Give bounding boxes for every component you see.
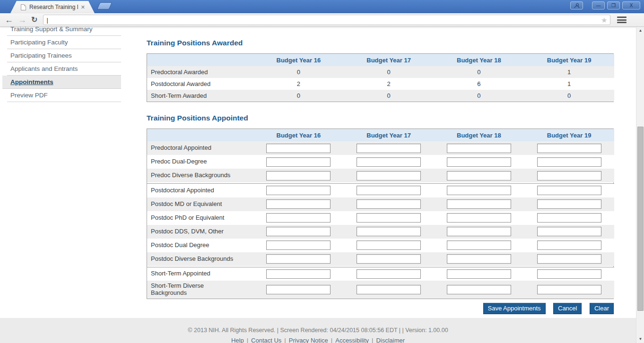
input-short-term-appointed-budget-year-17[interactable] [357, 269, 421, 279]
input-predoc-diverse-backgrounds-budget-year-16[interactable] [266, 171, 331, 180]
input-short-term-appointed-budget-year-18[interactable] [447, 269, 511, 279]
tab-close-icon[interactable]: ✕ [81, 5, 85, 10]
chrome-menu-icon[interactable] [617, 17, 627, 23]
input-postdoctoral-appointed-budget-year-18[interactable] [447, 186, 511, 195]
save-appointments-button[interactable]: Save Appointments [483, 303, 546, 314]
row-label: Postdoc DDS, DVM, Other [151, 226, 224, 237]
input-postdoc-dds-dvm-other-budget-year-17[interactable] [357, 227, 421, 236]
footer-link-disclaimer[interactable]: Disclaimer [376, 337, 405, 343]
action-buttons: Save Appointments Cancel Clear [147, 303, 614, 314]
input-predoc-dual-degree-budget-year-17[interactable] [357, 157, 421, 167]
input-cell [253, 141, 344, 155]
footer-link-help[interactable]: Help [231, 337, 244, 343]
window-controls: — ❐ X [570, 1, 640, 9]
input-postdoc-phd-or-equivalent-budget-year-16[interactable] [266, 213, 331, 223]
awarded-header-row: Budget Year 16Budget Year 17Budget Year … [147, 54, 614, 66]
column-header-budget-year-18: Budget Year 18 [434, 129, 524, 141]
input-postdoctoral-appointed-budget-year-19[interactable] [537, 186, 601, 195]
input-predoc-diverse-backgrounds-budget-year-18[interactable] [447, 171, 511, 180]
cell-value: 1 [524, 66, 614, 78]
sidebar-item-training-support-summary[interactable]: Training Support & Summary [7, 27, 121, 36]
sidebar-item-appointments[interactable]: Appointments [2, 76, 121, 89]
input-postdoc-diverse-backgrounds-budget-year-17[interactable] [357, 254, 421, 264]
input-predoc-dual-degree-budget-year-18[interactable] [447, 157, 511, 167]
cell-value: 0 [253, 66, 344, 78]
input-postdoc-diverse-backgrounds-budget-year-18[interactable] [447, 254, 511, 264]
input-cell [253, 239, 344, 252]
scrollbar-thumb[interactable] [637, 127, 644, 311]
input-cell [344, 197, 434, 211]
input-postdoc-dds-dvm-other-budget-year-19[interactable] [537, 227, 601, 236]
input-postdoc-md-or-equivalent-budget-year-19[interactable] [537, 199, 601, 209]
sidebar-item-participating-faculty[interactable]: Participating Faculty [7, 36, 121, 49]
forward-button[interactable]: → [18, 16, 26, 24]
back-button[interactable]: ← [5, 16, 13, 24]
reload-button[interactable]: ↻ [31, 16, 37, 24]
column-header-budget-year-17: Budget Year 17 [344, 129, 434, 141]
row-label-cell: Postdoctoral Appointed [147, 184, 253, 197]
input-short-term-diverse-backgrounds-budget-year-17[interactable] [357, 285, 421, 294]
scroll-up-icon[interactable]: ▲ [636, 27, 644, 34]
awarded-table: Budget Year 16Budget Year 17Budget Year … [147, 54, 614, 102]
table-row-predoctoral-awarded: Predoctoral Awarded0001 [147, 66, 614, 78]
input-predoctoral-appointed-budget-year-17[interactable] [357, 144, 421, 153]
input-postdoctoral-appointed-budget-year-17[interactable] [357, 186, 421, 195]
input-postdoc-dual-degree-budget-year-18[interactable] [447, 240, 511, 250]
page-content: Training Support & SummaryParticipating … [0, 27, 636, 343]
input-predoctoral-appointed-budget-year-19[interactable] [537, 144, 601, 153]
sidebar-item-participating-trainees[interactable]: Participating Trainees [7, 49, 121, 62]
input-postdoc-phd-or-equivalent-budget-year-18[interactable] [447, 213, 511, 223]
column-header-budget-year-19: Budget Year 19 [524, 129, 614, 141]
minimize-button[interactable]: — [592, 1, 605, 9]
input-postdoc-md-or-equivalent-budget-year-17[interactable] [357, 199, 421, 209]
input-postdoc-dual-degree-budget-year-17[interactable] [357, 240, 421, 250]
bookmark-star-icon[interactable]: ★ [601, 17, 607, 24]
new-tab-button[interactable] [97, 2, 113, 9]
input-postdoc-diverse-backgrounds-budget-year-19[interactable] [537, 254, 601, 264]
input-postdoc-md-or-equivalent-budget-year-18[interactable] [447, 199, 511, 209]
input-predoc-dual-degree-budget-year-16[interactable] [266, 157, 331, 167]
profile-button[interactable] [570, 1, 583, 9]
input-postdoc-diverse-backgrounds-budget-year-16[interactable] [266, 254, 331, 264]
sidebar-item-preview-pdf[interactable]: Preview PDF [7, 89, 121, 102]
input-predoc-diverse-backgrounds-budget-year-19[interactable] [537, 171, 601, 180]
column-header-budget-year-16: Budget Year 16 [253, 129, 344, 141]
sidebar-item-applicants-and-entrants[interactable]: Applicants and Entrants [7, 62, 121, 76]
link-separator: | [331, 337, 332, 343]
input-short-term-appointed-budget-year-19[interactable] [537, 269, 601, 279]
input-predoctoral-appointed-budget-year-18[interactable] [447, 144, 511, 153]
cell-value: 0 [524, 90, 614, 102]
footer-link-accessibility[interactable]: Accessibility [335, 337, 369, 343]
input-short-term-diverse-backgrounds-budget-year-16[interactable] [266, 285, 331, 294]
input-short-term-diverse-backgrounds-budget-year-18[interactable] [447, 285, 511, 294]
input-postdoc-md-or-equivalent-budget-year-16[interactable] [266, 199, 331, 209]
address-bar[interactable]: | ★ [43, 15, 610, 25]
browser-tab[interactable]: Research Training Data ✕ [10, 1, 95, 13]
input-postdoc-dds-dvm-other-budget-year-18[interactable] [447, 227, 511, 236]
input-postdoc-phd-or-equivalent-budget-year-17[interactable] [357, 213, 421, 223]
input-postdoc-dual-degree-budget-year-16[interactable] [266, 240, 331, 250]
column-header-budget-year-16: Budget Year 16 [253, 54, 344, 66]
close-button[interactable]: X [622, 1, 640, 9]
footer-link-contact-us[interactable]: Contact Us [251, 337, 281, 343]
input-postdoc-phd-or-equivalent-budget-year-19[interactable] [537, 213, 601, 223]
text-cursor: | [46, 17, 48, 24]
restore-button[interactable]: ❐ [607, 1, 620, 9]
input-postdoc-dds-dvm-other-budget-year-16[interactable] [266, 227, 331, 236]
input-postdoc-dual-degree-budget-year-19[interactable] [537, 240, 601, 250]
vertical-scrollbar[interactable]: ▲ ▼ [636, 27, 644, 343]
browser-window: Research Training Data ✕ — ❐ X ← → ↻ | ★… [0, 0, 644, 343]
row-label: Short-Term Diverse Backgrounds [151, 281, 236, 299]
input-predoc-dual-degree-budget-year-19[interactable] [537, 157, 601, 167]
input-short-term-appointed-budget-year-16[interactable] [266, 269, 331, 279]
scroll-down-icon[interactable]: ▼ [636, 335, 644, 343]
table-row-postdoc-phd-or-equivalent: Postdoc PhD or Equivalent [147, 211, 614, 225]
input-postdoctoral-appointed-budget-year-16[interactable] [266, 186, 331, 195]
input-short-term-diverse-backgrounds-budget-year-19[interactable] [537, 285, 601, 294]
input-predoc-diverse-backgrounds-budget-year-17[interactable] [357, 171, 421, 180]
input-predoctoral-appointed-budget-year-16[interactable] [266, 144, 331, 153]
clear-button[interactable]: Clear [590, 303, 614, 314]
cancel-button[interactable]: Cancel [553, 303, 582, 314]
footer-link-privacy-notice[interactable]: Privacy Notice [289, 337, 328, 343]
row-label-cell: Postdoc PhD or Equivalent [147, 211, 253, 225]
